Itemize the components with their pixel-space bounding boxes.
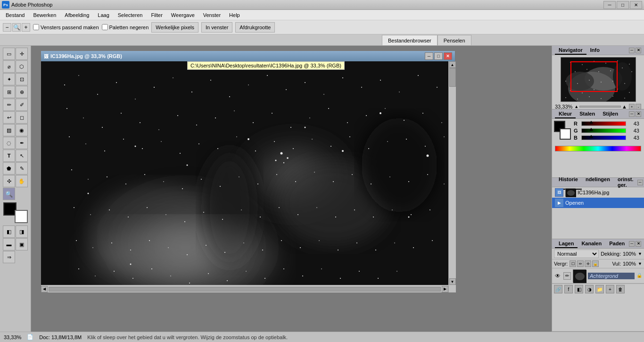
layer-style-btn[interactable]: f (564, 285, 573, 293)
red-slider[interactable] (581, 121, 626, 126)
screen-mode-normal[interactable]: ▬ (3, 238, 15, 250)
menu-filter[interactable]: Filter (147, 11, 166, 19)
nav-minimize-btn[interactable]: ─ (629, 48, 635, 53)
tab-kleur[interactable]: Kleur (555, 110, 576, 118)
scroll-down-arrow[interactable]: ▼ (449, 278, 456, 285)
clone-tool[interactable]: ✐ (16, 99, 28, 111)
scrollbar-vertical[interactable]: ▲ ▼ (448, 61, 456, 292)
scroll-thumb-v[interactable] (449, 68, 456, 87)
tab-navigator[interactable]: Navigator (555, 46, 586, 55)
in-window-button[interactable]: In venster (201, 22, 232, 33)
shape-tool[interactable]: ⬟ (3, 162, 15, 175)
lasso-tool[interactable]: ⌀ (3, 60, 15, 73)
notes-tool[interactable]: ✎ (16, 162, 28, 175)
type-tool[interactable]: T (3, 150, 15, 162)
palettes-checkbox[interactable] (102, 24, 108, 30)
path-select-tool[interactable]: ↖ (16, 150, 28, 162)
restore-button[interactable]: □ (617, 1, 629, 9)
gradient-tool[interactable]: ▨ (3, 124, 15, 136)
layer-group-btn[interactable]: 📁 (595, 285, 604, 293)
fit-screen-checkbox[interactable] (33, 24, 39, 30)
tab-info[interactable]: Info (586, 46, 603, 55)
zoom-slider[interactable] (579, 106, 621, 108)
layer-adjustment-btn[interactable]: ◑ (585, 285, 594, 293)
heal-tool[interactable]: ⊕ (16, 86, 28, 98)
color-spectrum[interactable] (555, 146, 641, 151)
menu-selecteren[interactable]: Selecteren (114, 11, 147, 19)
menu-bestand[interactable]: Bestand (2, 11, 28, 19)
background-swatch[interactable] (560, 128, 571, 140)
tab-orinst[interactable]: orinst. ger. (614, 175, 637, 190)
history-minimize-btn[interactable]: ─ (637, 180, 643, 185)
tab-historie[interactable]: Historie (555, 175, 582, 190)
scroll-thumb-h[interactable] (49, 287, 441, 292)
move-tool[interactable]: ✛ (16, 48, 28, 60)
menu-afbeelding[interactable]: Afbeelding (61, 11, 93, 19)
tab-penselen[interactable]: Penselen (438, 35, 471, 45)
quick-mask-off[interactable]: ◧ (3, 225, 15, 238)
blue-slider[interactable] (581, 135, 626, 140)
opacity-arrow[interactable]: ▼ (638, 251, 642, 256)
image-canvas-wrapper[interactable]: ▲ ▼ ◀ ▶ (41, 61, 456, 292)
polygon-lasso-tool[interactable]: ⬡ (16, 60, 28, 73)
nav-zoom-in-btn[interactable]: + (629, 104, 635, 109)
image-window-minimize[interactable]: ─ (425, 52, 433, 60)
history-brush-tool[interactable]: ↩ (3, 111, 15, 124)
navigator-preview-box[interactable] (570, 61, 618, 92)
fill-arrow[interactable]: ▼ (638, 261, 642, 266)
screen-mode-full[interactable]: ▣ (16, 238, 28, 250)
tab-kanalen[interactable]: Kanalen (578, 240, 605, 248)
menu-help[interactable]: Help (225, 11, 244, 19)
tab-stalen[interactable]: Stalen (576, 110, 599, 118)
layers-close-btn[interactable]: ✕ (636, 241, 641, 247)
green-slider[interactable] (581, 128, 626, 133)
lock-transparent[interactable]: ☐ (570, 260, 576, 267)
history-item-2[interactable]: ▶ Openen (552, 198, 644, 208)
menu-bewerken[interactable]: Bewerken (29, 11, 60, 19)
image-window-close[interactable]: ✕ (444, 52, 452, 60)
eraser-tool[interactable]: ◻ (16, 111, 28, 124)
tab-paden[interactable]: Paden (605, 240, 628, 248)
lock-all[interactable]: 🔒 (592, 260, 599, 267)
color-minimize-btn[interactable]: ─ (629, 111, 635, 117)
dodge-tool[interactable]: ◌ (3, 137, 15, 149)
close-button[interactable]: ✕ (630, 1, 642, 9)
menu-weergave[interactable]: Weergave (167, 11, 198, 19)
scroll-left-arrow[interactable]: ◀ (41, 286, 48, 292)
color-close-btn[interactable]: ✕ (636, 111, 641, 117)
menu-venster[interactable]: Venster (199, 11, 224, 19)
hand-tool[interactable]: ✋ (16, 175, 28, 187)
print-size-button[interactable]: Afdrukgrootte (235, 22, 275, 33)
crop-tool[interactable]: ⊡ (16, 73, 28, 85)
background-color[interactable] (15, 210, 28, 223)
nav-zoom-out-btn[interactable]: - (636, 104, 641, 109)
marquee-tool[interactable]: ▭ (3, 48, 15, 60)
minimize-button[interactable]: ─ (603, 1, 616, 9)
brush-tool[interactable]: ✏ (3, 99, 15, 111)
layers-minimize-btn[interactable]: ─ (629, 241, 635, 247)
tab-bestandenbrowser[interactable]: Bestandenbrowser (382, 35, 438, 45)
lock-image[interactable]: ✏ (577, 260, 584, 267)
image-window-restore[interactable]: □ (434, 52, 443, 60)
actual-pixels-button[interactable]: Werkelijke pixels (151, 22, 198, 33)
nav-close-btn[interactable]: ✕ (636, 48, 641, 53)
layer-eye[interactable]: 👁 (554, 272, 561, 280)
layer-background[interactable]: 👁 ✏ Achtergrond 🔒 (552, 268, 644, 284)
lock-position[interactable]: ✛ (585, 260, 591, 267)
menu-laag[interactable]: Laag (94, 11, 113, 19)
blur-tool[interactable]: ◉ (16, 124, 28, 136)
zoom-in-button[interactable]: + (22, 23, 30, 32)
zoom-tool[interactable]: 🔍 (3, 188, 15, 200)
magic-wand-tool[interactable]: ✦ (3, 73, 15, 85)
layer-mask-btn[interactable]: ◧ (575, 285, 583, 293)
tab-ndelingen[interactable]: ndelingen (582, 175, 614, 190)
jump-to-imageready[interactable]: ⇒ (3, 251, 15, 263)
scrollbar-horizontal[interactable]: ◀ ▶ (41, 285, 448, 292)
layers-mode-select[interactable]: Normaal (554, 250, 599, 258)
tab-lagen[interactable]: Lagen (555, 240, 578, 248)
layer-new-btn[interactable]: + (606, 285, 614, 293)
layer-delete-btn[interactable]: 🗑 (616, 285, 625, 293)
zoom-out-button[interactable]: − (3, 23, 11, 32)
scroll-right-arrow[interactable]: ▶ (442, 286, 448, 292)
layer-link-btn[interactable]: 🔗 (554, 285, 562, 293)
